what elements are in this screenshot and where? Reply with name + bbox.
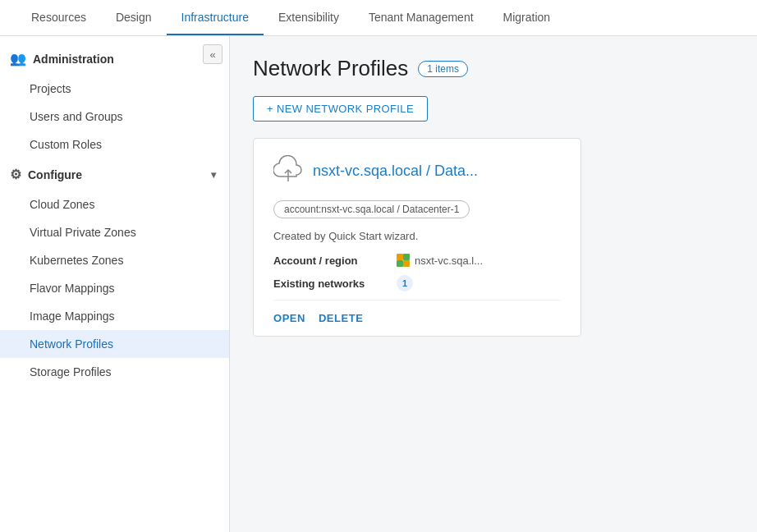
svg-rect-2 xyxy=(403,254,410,260)
card-header: nsxt-vc.sqa.local / Data... xyxy=(273,155,561,187)
card-footer: OPEN DELETE xyxy=(273,300,561,336)
sidebar-item-users-and-groups[interactable]: Users and Groups xyxy=(0,103,229,131)
nav-migration[interactable]: Migration xyxy=(489,1,566,35)
configure-label: Configure xyxy=(28,168,82,181)
content-area: Network Profiles 1 items + NEW NETWORK P… xyxy=(230,36,757,532)
card-tag: account:nsxt-vc.sqa.local / Datacenter-1 xyxy=(273,200,470,218)
card-field-account: Account / region nsxt-vc.sqa.l... xyxy=(273,254,561,267)
card-description: Created by Quick Start wizard. xyxy=(273,230,561,242)
sidebar-item-kubernetes-zones[interactable]: Kubernetes Zones xyxy=(0,246,229,274)
sidebar-item-storage-profiles[interactable]: Storage Profiles xyxy=(0,358,229,386)
sidebar-item-image-mappings[interactable]: Image Mappings xyxy=(0,302,229,330)
configure-icon: ⚙ xyxy=(10,167,21,182)
sidebar-item-cloud-zones[interactable]: Cloud Zones xyxy=(0,190,229,218)
field-label-networks: Existing networks xyxy=(273,277,397,290)
nav-resources[interactable]: Resources xyxy=(16,1,101,35)
administration-label: Administration xyxy=(33,53,114,66)
sidebar-collapse-button[interactable]: « xyxy=(203,44,223,64)
svg-rect-4 xyxy=(403,260,410,267)
sidebar-item-virtual-private-zones[interactable]: Virtual Private Zones xyxy=(0,218,229,246)
administration-icon: 👥 xyxy=(10,51,26,66)
profile-card: nsxt-vc.sqa.local / Data... account:nsxt… xyxy=(253,138,581,337)
svg-rect-1 xyxy=(397,254,403,260)
sidebar-section-administration[interactable]: 👥 Administration ▾ xyxy=(0,43,229,75)
field-label-account: Account / region xyxy=(273,255,397,267)
nav-tenant-management[interactable]: Tenant Management xyxy=(354,1,489,35)
items-badge: 1 items xyxy=(418,61,468,77)
sidebar-section-configure[interactable]: ⚙ Configure ▾ xyxy=(0,158,229,190)
svg-rect-3 xyxy=(397,260,403,267)
nav-infrastructure[interactable]: Infrastructure xyxy=(167,1,264,35)
field-value-networks: 1 xyxy=(397,275,413,291)
sidebar-item-network-profiles[interactable]: Network Profiles xyxy=(0,330,229,358)
nav-extensibility[interactable]: Extensibility xyxy=(264,1,354,35)
card-field-networks: Existing networks 1 xyxy=(273,275,561,291)
page-title: Network Profiles xyxy=(253,56,408,81)
main-layout: « 👥 Administration ▾ Projects Users and … xyxy=(0,36,757,532)
account-region-value: nsxt-vc.sqa.l... xyxy=(415,255,483,267)
sidebar-item-custom-roles[interactable]: Custom Roles xyxy=(0,131,229,158)
card-title[interactable]: nsxt-vc.sqa.local / Data... xyxy=(313,163,478,180)
field-value-account: nsxt-vc.sqa.l... xyxy=(397,254,483,267)
sidebar: « 👥 Administration ▾ Projects Users and … xyxy=(0,36,230,532)
page-header: Network Profiles 1 items xyxy=(253,56,734,81)
sidebar-item-projects[interactable]: Projects xyxy=(0,75,229,103)
sidebar-scroll: 👥 Administration ▾ Projects Users and Gr… xyxy=(0,36,229,386)
top-nav: Resources Design Infrastructure Extensib… xyxy=(0,0,757,36)
new-network-profile-button[interactable]: + NEW NETWORK PROFILE xyxy=(253,96,428,122)
sidebar-item-flavor-mappings[interactable]: Flavor Mappings xyxy=(0,274,229,302)
card-delete-button[interactable]: DELETE xyxy=(319,312,363,324)
nsx-icon xyxy=(397,254,410,267)
cloud-upload-icon xyxy=(273,155,303,187)
card-open-button[interactable]: OPEN xyxy=(273,312,305,324)
existing-networks-badge: 1 xyxy=(397,275,413,291)
configure-chevron: ▾ xyxy=(211,169,216,181)
nav-design[interactable]: Design xyxy=(101,1,167,35)
